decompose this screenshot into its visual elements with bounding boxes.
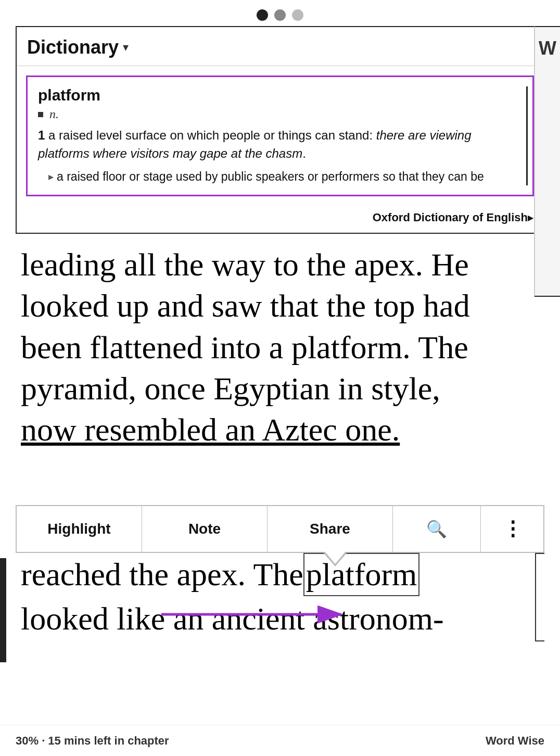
page-indicator: [0, 0, 560, 26]
dropdown-icon[interactable]: ▾: [123, 41, 129, 54]
purple-arrow: [156, 599, 354, 627]
bottom-line1-pre: reached the apex. The: [21, 554, 303, 595]
def-number: 1: [38, 128, 45, 142]
more-button[interactable]: ⋮: [481, 506, 543, 552]
pos-text: n.: [49, 107, 59, 121]
bottom-line-1: reached the apex. The platform: [21, 553, 560, 596]
oxford-arrow-icon: ▸: [528, 212, 533, 223]
status-progress: 30% · 15 mins left in chapter: [16, 734, 169, 748]
def-text: a raised level surface on which people o…: [48, 128, 373, 142]
search-button[interactable]: 🔍: [393, 506, 481, 552]
oxford-footer[interactable]: Oxford Dictionary of English▸: [17, 206, 543, 233]
scrollbar-track: [526, 86, 528, 185]
book-line-3: been flattened into a platform. The: [21, 327, 539, 368]
right-word-bracket: [535, 553, 544, 641]
book-line-4: pyramid, once Egyptian in style,: [21, 368, 539, 409]
pos-bullet: [38, 112, 43, 117]
entry-pos: n.: [38, 107, 524, 121]
search-icon: 🔍: [426, 519, 447, 539]
dictionary-title: Dictionary: [27, 36, 119, 58]
dot-3[interactable]: [292, 9, 303, 21]
dot-2[interactable]: [274, 9, 286, 21]
dictionary-header: Dictionary ▾: [17, 27, 543, 66]
book-text-area: leading all the way to the apex. He look…: [0, 234, 560, 451]
entry-word: platform: [38, 86, 524, 104]
right-panel-letter: W: [539, 37, 556, 59]
scrollbar[interactable]: [525, 86, 528, 185]
book-line-1: leading all the way to the apex. He: [21, 244, 539, 285]
share-button[interactable]: Share: [268, 506, 393, 552]
text-toolbar: Highlight Note Share 🔍 ⋮: [16, 505, 544, 553]
sub-arrow-icon: ▸: [48, 169, 54, 185]
highlight-button[interactable]: Highlight: [17, 506, 142, 552]
status-wordwise: Word Wise: [486, 734, 544, 748]
dot-1[interactable]: [257, 9, 268, 21]
definition-main: 1 a raised level surface on which people…: [38, 127, 524, 163]
toolbar-pointer: [323, 552, 348, 566]
book-line-2: looked up and saw that the top had: [21, 285, 539, 326]
dictionary-panel: Dictionary ▾ platform n. 1 a raised leve…: [16, 26, 544, 234]
definition-box: platform n. 1 a raised level surface on …: [26, 75, 534, 196]
platform-word-boxed: platform: [303, 553, 420, 596]
more-icon: ⋮: [503, 518, 521, 540]
book-line-5: now resembled an Aztec one.: [21, 409, 539, 450]
def-period: .: [302, 146, 306, 160]
status-bar: 30% · 15 mins left in chapter Word Wise: [0, 725, 560, 756]
sub-def-text: a raised floor or stage used by public s…: [57, 168, 484, 185]
oxford-footer-text: Oxford Dictionary of English: [373, 211, 528, 224]
right-panel: W: [534, 26, 560, 297]
definition-sub: ▸ a raised floor or stage used by public…: [38, 168, 524, 185]
note-button[interactable]: Note: [142, 506, 268, 552]
